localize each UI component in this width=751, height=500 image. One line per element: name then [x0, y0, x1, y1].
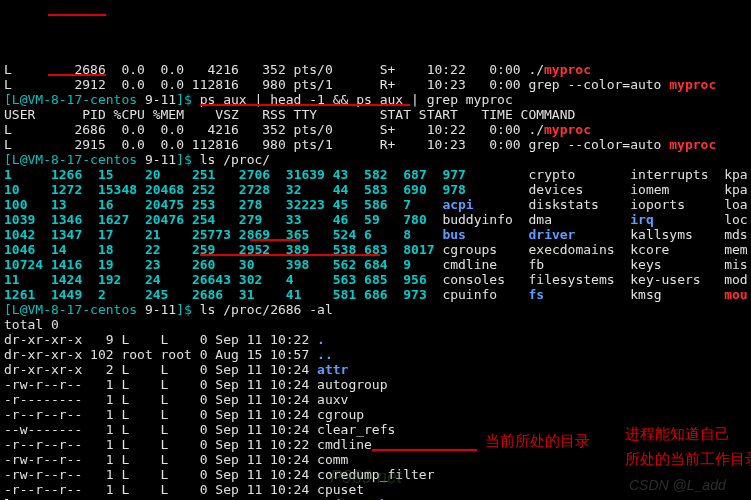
- underline-cwd-target: [372, 449, 477, 451]
- prompt-3[interactable]: [L@VM-8-17-centos 9-11]$ ls /proc/2686 -…: [4, 302, 747, 317]
- ls-row: dr-xr-xr-x 2 L L 0 Sep 11 10:24 attr: [4, 362, 747, 377]
- ls-row: -r-------- 1 L L 0 Sep 11 10:24 auxv: [4, 392, 747, 407]
- proc-row: 10724 1416 19 23 260 30 398 562 684 9 cm…: [4, 257, 747, 272]
- proc-row: 100 13 16 20475 253 278 32223 45 586 7 a…: [4, 197, 747, 212]
- ps-row: L 2686 0.0 0.0 4216 352 pts/0 S+ 10:22 0…: [4, 122, 747, 137]
- annotation-self-aware-2: 所处的当前工作目录: [625, 452, 751, 467]
- underline-pid-2686-top: [48, 14, 106, 16]
- ls-row: dr-xr-xr-x 9 L L 0 Sep 11 10:22 .: [4, 332, 747, 347]
- ls-total: total 0: [4, 317, 747, 332]
- annotation-cwd-label: 当前所处的目录: [485, 434, 590, 449]
- proc-row: 1042 1347 17 21 25773 2869 365 524 6 8 b…: [4, 227, 747, 242]
- underline-ls-proc: [200, 104, 410, 106]
- watermark-csdn: CSDN @L_add: [629, 478, 726, 493]
- ps-row: L 2912 0.0 0.0 112816 980 pts/1 R+ 10:23…: [4, 77, 747, 92]
- underline-2686-dir: [250, 239, 300, 241]
- ps-header: USER PID %CPU %MEM VSZ RSS TTY STAT STAR…: [4, 107, 747, 122]
- ls-row: -r--r--r-- 1 L L 0 Sep 11 10:24 cgroup: [4, 407, 747, 422]
- proc-row: 1261 1449 2 245 2686 31 41 581 686 973 c…: [4, 287, 747, 302]
- prompt-2[interactable]: [L@VM-8-17-centos 9-11]$ ls /proc/: [4, 152, 747, 167]
- proc-row: 10 1272 15348 20468 252 2728 32 44 583 6…: [4, 182, 747, 197]
- proc-row: 1039 1346 1627 20476 254 279 33 46 59 78…: [4, 212, 747, 227]
- watermark-domain: P969.net: [330, 470, 402, 485]
- underline-ls-al: [200, 254, 380, 256]
- underline-pid-2686-mid: [48, 74, 106, 76]
- ls-row: dr-xr-xr-x 102 root root 0 Aug 15 10:57 …: [4, 347, 747, 362]
- ls-row: -rw-r--r-- 1 L L 0 Sep 11 10:24 autogrou…: [4, 377, 747, 392]
- proc-row: 11 1424 192 24 26643 302 4 563 685 956 c…: [4, 272, 747, 287]
- proc-row: 1 1266 15 20 251 2706 31639 43 582 687 9…: [4, 167, 747, 182]
- ps-row: L 2915 0.0 0.0 112816 980 pts/1 R+ 10:23…: [4, 137, 747, 152]
- annotation-self-aware-1: 进程能知道自己: [625, 427, 730, 442]
- ps-row: L 2686 0.0 0.0 4216 352 pts/0 S+ 10:22 0…: [4, 62, 747, 77]
